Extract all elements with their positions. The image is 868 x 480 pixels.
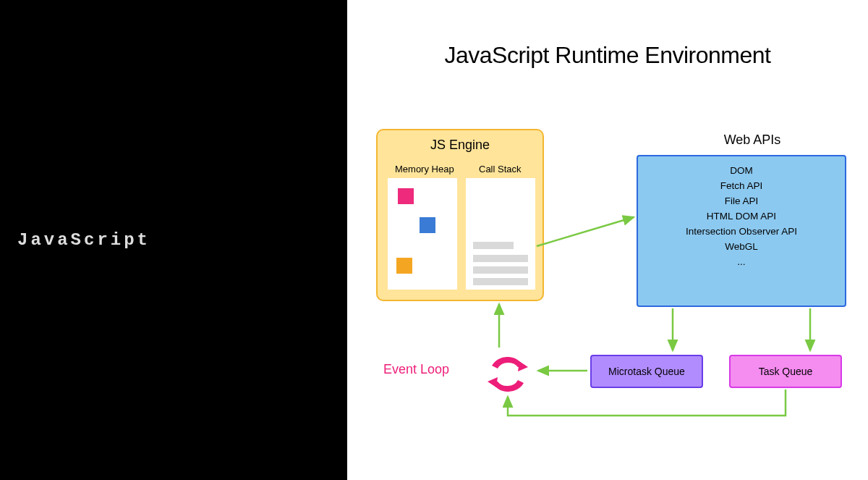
microtask-queue-box: Microtask Queue xyxy=(590,355,703,388)
task-queue-label: Task Queue xyxy=(759,366,813,377)
heap-object-icon xyxy=(398,188,414,204)
web-api-item: WebGL xyxy=(725,241,758,252)
arrow-callstack-to-webapis xyxy=(537,217,634,246)
memory-heap-box xyxy=(388,178,457,290)
web-api-item: ... xyxy=(737,256,745,267)
stack-frame-icon xyxy=(473,255,528,262)
svg-marker-1 xyxy=(488,377,498,387)
event-loop-label: Event Loop xyxy=(383,362,449,377)
call-stack-label: Call Stack xyxy=(479,164,522,174)
diagram-title: JavaScript Runtime Environment xyxy=(347,42,868,69)
stack-frame-icon xyxy=(473,278,528,285)
heap-object-icon xyxy=(420,217,435,233)
memory-heap-label: Memory Heap xyxy=(395,164,454,174)
task-queue-box: Task Queue xyxy=(729,355,842,388)
left-panel-title: JavaScript xyxy=(17,230,150,250)
web-apis-title: Web APIs xyxy=(658,132,846,148)
js-engine-title: JS Engine xyxy=(378,138,542,153)
stack-frame-icon xyxy=(473,266,528,274)
web-api-item: Intersection Observer API xyxy=(686,226,797,237)
arrow-task-to-loop xyxy=(508,390,786,416)
diagram-panel: JavaScript Runtime Environment JS Engine… xyxy=(347,0,868,480)
web-api-item: HTML DOM API xyxy=(707,211,776,222)
heap-object-icon xyxy=(396,258,412,274)
web-apis-box: DOM Fetch API File API HTML DOM API Inte… xyxy=(637,155,846,307)
call-stack-box xyxy=(466,178,535,290)
microtask-queue-label: Microtask Queue xyxy=(608,366,685,377)
stack-frame-icon xyxy=(473,242,514,249)
event-loop-icon xyxy=(485,351,531,397)
web-api-item: Fetch API xyxy=(720,180,763,191)
web-api-item: File API xyxy=(725,195,759,206)
svg-marker-0 xyxy=(518,361,528,371)
web-api-item: DOM xyxy=(730,165,753,176)
js-engine-box: JS Engine Memory Heap Call Stack xyxy=(376,129,544,301)
left-panel: JavaScript xyxy=(0,0,347,480)
